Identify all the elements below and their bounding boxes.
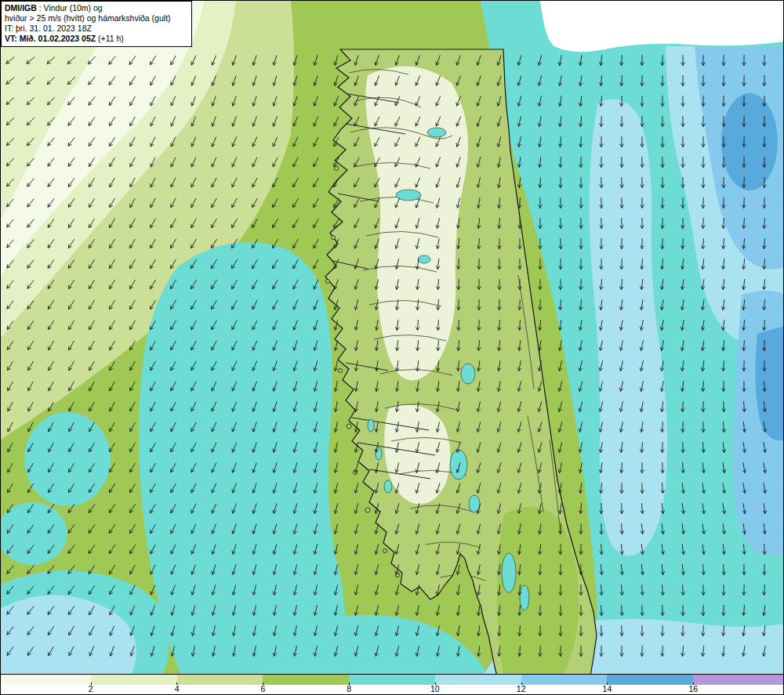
- legend-tick-14: 14: [603, 684, 612, 693]
- legend-tick-16: 16: [688, 684, 698, 693]
- legend-segment-8: [693, 675, 783, 685]
- legend-tick-labels: 246810121416: [1, 685, 783, 694]
- legend-tick-8: 8: [347, 684, 351, 693]
- info-line-2: hviður > 25 m/s (hvítt) og hámarkshviða …: [5, 13, 188, 24]
- legend-tick-12: 12: [517, 684, 526, 693]
- wind-map: [1, 1, 784, 676]
- legend-segment-5: [435, 675, 521, 685]
- model-name: DMI/IGB: [5, 3, 37, 13]
- legend-segment-1: [91, 675, 177, 685]
- legend-tick-2: 2: [89, 684, 93, 693]
- weather-map-viewport: DMI/IGB : Vindur (10m) og hviður > 25 m/…: [0, 0, 784, 695]
- legend-tick-10: 10: [430, 684, 440, 693]
- variable-label: : Vindur (10m) og: [37, 3, 103, 13]
- legend-segment-7: [607, 675, 693, 685]
- legend-segment-6: [521, 675, 608, 685]
- legend-tick-6: 6: [260, 684, 265, 693]
- legend-color-bar: [1, 675, 783, 685]
- legend-segment-2: [177, 675, 263, 685]
- info-line-1: DMI/IGB : Vindur (10m) og: [5, 3, 188, 13]
- wind-speed-legend: 246810121416: [1, 674, 783, 694]
- legend-segment-3: [263, 675, 349, 685]
- init-time: IT: þri. 31. 01. 2023 18Z: [5, 24, 188, 34]
- legend-segment-4: [349, 675, 435, 685]
- legend-tick-4: 4: [175, 684, 180, 693]
- legend-segment-0: [1, 675, 91, 685]
- forecast-info-box: DMI/IGB : Vindur (10m) og hviður > 25 m/…: [1, 1, 192, 47]
- valid-time: VT: Mið. 01.02.2023 05Z (+11 h): [5, 34, 188, 44]
